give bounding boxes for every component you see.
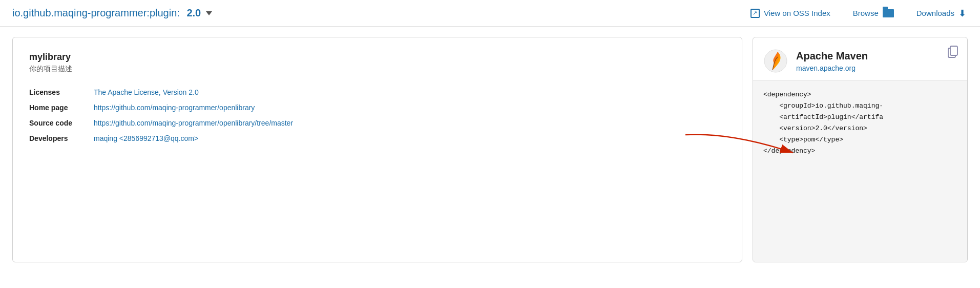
maven-url-link[interactable]: maven.apache.org xyxy=(796,64,856,72)
code-line-6: </dependency> xyxy=(763,146,957,157)
code-line-3: <artifactId>plugin</artifa xyxy=(763,112,957,123)
info-table: Licenses The Apache License, Version 2.0… xyxy=(29,88,725,142)
artifact-id-prefix: io.github.maqing-programmer:plugin: xyxy=(12,7,180,19)
version-dropdown-arrow[interactable] xyxy=(206,11,212,15)
maven-logo xyxy=(763,48,788,74)
main-content: mylibrary 你的项目描述 Licenses The Apache Lic… xyxy=(0,27,980,273)
downloads-link[interactable]: Downloads ⬇ xyxy=(916,9,968,18)
code-line-4: <version>2.0</version> xyxy=(763,123,957,134)
sourcecode-label: Source code xyxy=(29,119,86,127)
browse-link[interactable]: Browse xyxy=(853,9,894,17)
artifact-title: io.github.maqing-programmer:plugin: 2.0 xyxy=(12,7,212,19)
maven-info: Apache Maven maven.apache.org xyxy=(796,50,957,72)
developers-label: Developers xyxy=(29,134,86,142)
downloads-label: Downloads xyxy=(916,9,954,17)
sourcecode-link[interactable]: https://github.com/maqing-programmer/ope… xyxy=(94,119,293,127)
folder-icon xyxy=(883,9,894,17)
project-description: 你的项目描述 xyxy=(29,65,725,74)
download-icon: ⬇ xyxy=(958,9,968,18)
developers-value: maqing <2856992713@qq.com> xyxy=(94,134,725,142)
homepage-link[interactable]: https://github.com/maqing-programmer/ope… xyxy=(94,104,255,112)
oss-index-label: View on OSS Index xyxy=(764,9,830,17)
maven-panel: Apache Maven maven.apache.org <dependenc… xyxy=(753,37,968,262)
maven-code-block[interactable]: <dependency> <groupId>io.github.maqing- … xyxy=(753,81,967,262)
browse-label: Browse xyxy=(853,9,879,17)
artifact-version: 2.0 xyxy=(186,7,201,19)
developer-email-link[interactable]: 2856992713@qq.com xyxy=(123,134,194,142)
code-line-1: <dependency> xyxy=(763,89,957,100)
homepage-label: Home page xyxy=(29,104,86,112)
licenses-value: The Apache License, Version 2.0 xyxy=(94,88,725,96)
maven-panel-header: Apache Maven maven.apache.org xyxy=(753,37,967,81)
artifact-info-panel: mylibrary 你的项目描述 Licenses The Apache Lic… xyxy=(12,37,742,262)
license-link[interactable]: The Apache License, Version 2.0 xyxy=(94,88,199,96)
copy-icon xyxy=(948,46,959,59)
code-line-2: <groupId>io.github.maqing- xyxy=(763,100,957,112)
external-link-icon xyxy=(750,9,760,18)
copy-button[interactable] xyxy=(948,46,959,60)
svg-rect-3 xyxy=(950,46,957,55)
maven-title: Apache Maven xyxy=(796,50,957,62)
licenses-label: Licenses xyxy=(29,88,86,96)
homepage-value: https://github.com/maqing-programmer/ope… xyxy=(94,104,725,112)
page-header: io.github.maqing-programmer:plugin: 2.0 … xyxy=(0,0,980,27)
project-name: mylibrary xyxy=(29,52,725,63)
sourcecode-value: https://github.com/maqing-programmer/ope… xyxy=(94,119,725,127)
oss-index-link[interactable]: View on OSS Index xyxy=(750,9,830,18)
code-line-5: <type>pom</type> xyxy=(763,134,957,146)
